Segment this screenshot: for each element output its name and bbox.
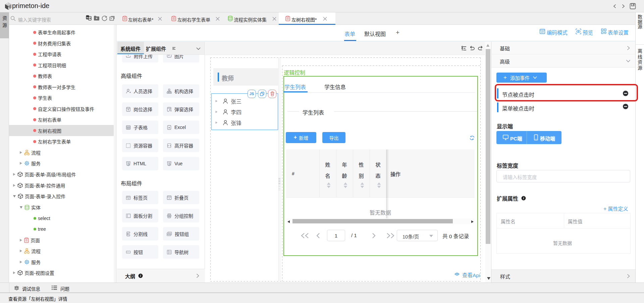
svg-text:in: in [87,16,89,19]
svg-text:i: i [523,197,524,200]
svg-text:i: i [140,274,141,277]
